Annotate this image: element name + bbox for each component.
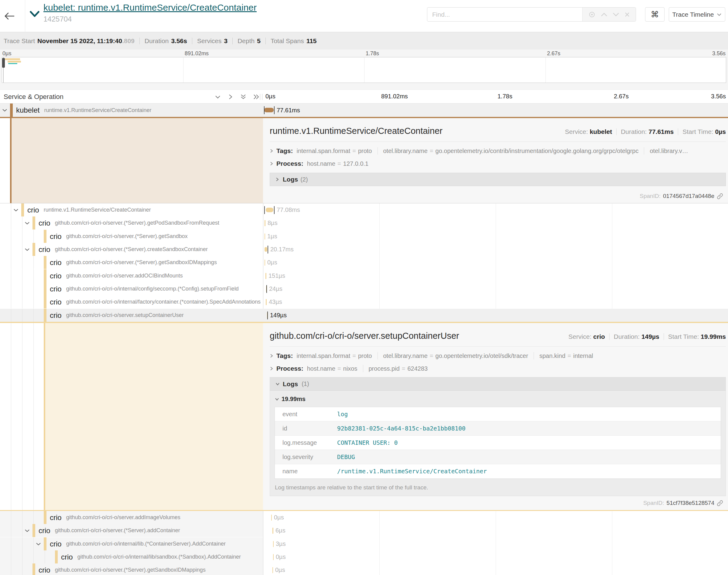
span-row-label: criogithub.com/cri-o/cri-o/server.(*Serv…: [39, 564, 263, 575]
span-row[interactable]: criogithub.com/cri-o/cri-o/server.setupC…: [0, 309, 728, 322]
kv-pair: host.name=127.0.0.1: [307, 160, 369, 167]
minimap-selected-span: [8, 63, 17, 64]
tags-row[interactable]: Tags: internal.span.format=protootel.lib…: [270, 147, 726, 155]
service-color-bar: [44, 537, 46, 550]
collapse-all-icon[interactable]: [240, 94, 246, 100]
minimap-scrubber-handle[interactable]: [2, 58, 5, 68]
span-row-timeline-cell[interactable]: 151µs: [263, 269, 728, 282]
span-duration-label: 1µs: [267, 230, 277, 243]
span-row-timeline-cell[interactable]: 8µs: [263, 216, 728, 230]
span-row-name-cell: criogithub.com/cri-o/cri-o/server.(*Serv…: [0, 243, 263, 256]
indent-guide: [22, 282, 23, 295]
indent-guide: [22, 243, 23, 256]
span-row[interactable]: criogithub.com/cri-o/cri-o/server.addOCI…: [0, 269, 728, 282]
row-chevron-icon[interactable]: [13, 209, 19, 212]
span-row-timeline-cell[interactable]: 0µs: [263, 256, 728, 269]
span-row-timeline-cell[interactable]: 1µs: [263, 230, 728, 243]
indent-guide: [33, 295, 34, 308]
log-marker: [264, 206, 265, 214]
tags-row[interactable]: Tags: internal.span.format=protootel.lib…: [270, 352, 726, 360]
span-row[interactable]: criogithub.com/cri-o/cri-o/server.(*Serv…: [0, 230, 728, 243]
service-name: crio: [39, 527, 51, 535]
span-row-timeline-cell[interactable]: 77.61ms: [263, 104, 728, 117]
span-row-timeline-cell[interactable]: 24µs: [263, 282, 728, 295]
row-chevron-icon[interactable]: [36, 543, 41, 546]
header-divider: [25, 0, 25, 32]
span-row[interactable]: criogithub.com/cri-o/cri-o/internal/fact…: [0, 295, 728, 308]
indent-guide: [11, 511, 11, 524]
span-row[interactable]: criogithub.com/cri-o/cri-o/server.(*Serv…: [0, 216, 728, 230]
operation-name: github.com/cri-o/cri-o/server.setupConta…: [66, 312, 184, 318]
clear-find-icon[interactable]: [624, 12, 630, 17]
summary-divider: [192, 38, 192, 44]
minimap-tick-label: 891.02ms: [185, 50, 209, 57]
copy-link-icon[interactable]: [717, 193, 723, 199]
span-detail-kubelet: runtime.v1.RuntimeService/CreateContaine…: [0, 117, 728, 203]
next-match-icon[interactable]: [613, 12, 619, 17]
span-row-timeline-cell[interactable]: 0µs: [263, 511, 728, 524]
span-row-name-cell: criogithub.com/cri-o/cri-o/internal/lib/…: [0, 550, 263, 564]
copy-link-icon[interactable]: [717, 500, 723, 506]
column-resizer-grip[interactable]: [260, 94, 262, 100]
indent-guide: [11, 230, 11, 243]
span-row[interactable]: criogithub.com/cri-o/cri-o/server.(*Serv…: [0, 524, 728, 537]
span-row[interactable]: criogithub.com/cri-o/cri-o/internal/lib.…: [0, 537, 728, 550]
logs-toggle[interactable]: Logs (1): [270, 377, 726, 391]
minimap-tick-label: 1.78s: [366, 50, 379, 57]
row-chevron-icon[interactable]: [25, 222, 30, 225]
span-row-timeline-cell[interactable]: 0µs: [263, 564, 728, 575]
span-row[interactable]: crioruntime.v1.RuntimeService/CreateCont…: [0, 203, 728, 216]
span-row[interactable]: criogithub.com/cri-o/cri-o/internal/lib/…: [0, 550, 728, 564]
span-row-name-cell: criogithub.com/cri-o/cri-o/server.addIma…: [0, 511, 263, 524]
trace-title-link[interactable]: kubelet: runtime.v1.RuntimeService/Creat…: [43, 2, 257, 12]
span-row-label: criogithub.com/cri-o/cri-o/internal/lib/…: [61, 550, 263, 564]
row-chevron-icon[interactable]: [2, 109, 7, 112]
log-entry-toggle[interactable]: 19.99ms: [275, 396, 726, 403]
log-marker: [267, 311, 268, 319]
summary-item: Trace StartNovember 15 2022, 11:19:40.80…: [4, 37, 135, 45]
operation-name: github.com/cri-o/cri-o/server.addImageVo…: [66, 514, 180, 521]
keyboard-shortcuts-button[interactable]: ⌘: [645, 7, 664, 22]
span-row[interactable]: criogithub.com/cri-o/cri-o/server.(*Serv…: [0, 256, 728, 269]
process-row[interactable]: Process: host.name=127.0.0.1: [270, 160, 726, 167]
collapse-trace-chevron-icon[interactable]: [30, 11, 39, 17]
span-row[interactable]: criogithub.com/cri-o/cri-o/server.(*Serv…: [0, 564, 728, 575]
process-row[interactable]: Process: host.name=nixosprocess.pid=6242…: [270, 365, 726, 372]
span-row-timeline-cell[interactable]: 20.17ms: [263, 243, 728, 256]
service-name: kubelet: [16, 106, 39, 114]
prev-match-icon[interactable]: [601, 12, 607, 17]
span-row-name-cell: criogithub.com/cri-o/cri-o/internal/conf…: [0, 282, 263, 295]
logs-toggle[interactable]: Logs (2): [270, 173, 726, 186]
span-row-timeline-cell[interactable]: 43µs: [263, 295, 728, 308]
span-row-timeline-cell[interactable]: 0µs: [263, 550, 728, 564]
trace-view-selector[interactable]: Trace Timeline: [669, 7, 725, 22]
service-color-bar: [44, 309, 46, 322]
row-chevron-icon[interactable]: [25, 529, 30, 532]
operation-name: github.com/cri-o/cri-o/server.(*Server).…: [66, 233, 188, 240]
span-row[interactable]: kubeletruntime.v1.RuntimeService/CreateC…: [0, 104, 728, 117]
row-chevron-icon[interactable]: [25, 248, 30, 251]
minimap-gridline: [545, 57, 546, 82]
find-input[interactable]: [427, 8, 582, 21]
operation-name: github.com/cri-o/cri-o/server.(*Server).…: [66, 259, 217, 266]
indent-guide: [11, 216, 11, 230]
span-row-timeline-cell[interactable]: 77.08ms: [263, 203, 728, 216]
focus-icon[interactable]: [588, 11, 596, 18]
trace-summary-bar: Trace StartNovember 15 2022, 11:19:40.80…: [0, 32, 728, 49]
indent-guide: [11, 282, 11, 295]
back-button[interactable]: [4, 8, 21, 24]
minimap-canvas[interactable]: [2, 57, 726, 83]
log-field-row: id92b82381-025c-4a64-815c-ba2e1bb08100: [275, 421, 721, 436]
collapse-one-icon[interactable]: [214, 94, 221, 100]
log-marker: [268, 246, 268, 253]
span-row[interactable]: criogithub.com/cri-o/cri-o/server.(*Serv…: [0, 243, 728, 256]
span-row-timeline-cell[interactable]: 6µs: [263, 524, 728, 537]
span-row-label: criogithub.com/cri-o/cri-o/server.(*Serv…: [50, 256, 263, 269]
span-row[interactable]: criogithub.com/cri-o/cri-o/internal/conf…: [0, 282, 728, 295]
span-row[interactable]: criogithub.com/cri-o/cri-o/server.addIma…: [0, 511, 728, 524]
span-row-timeline-cell[interactable]: 149µs: [263, 309, 728, 322]
indent-guide: [33, 537, 34, 550]
expand-all-icon[interactable]: [253, 94, 260, 100]
span-row-timeline-cell[interactable]: 3µs: [263, 537, 728, 550]
expand-one-icon[interactable]: [227, 94, 234, 100]
